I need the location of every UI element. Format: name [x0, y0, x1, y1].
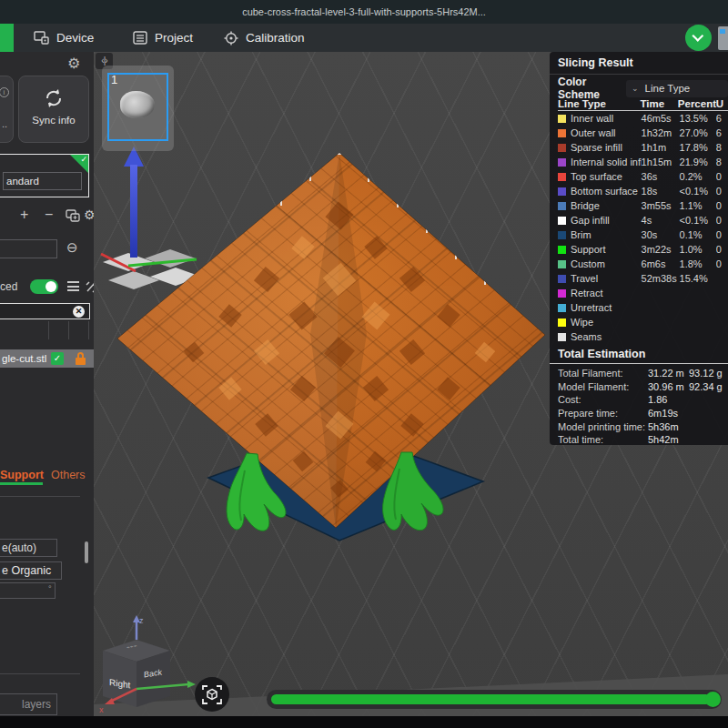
- object-list-item[interactable]: gle-cut.stl ✓: [0, 349, 94, 368]
- tab-others[interactable]: Others: [51, 469, 86, 481]
- advanced-label: ced: [0, 280, 17, 293]
- color-scheme-value: Line Type: [645, 83, 691, 94]
- line-type-label: Brim: [571, 229, 592, 240]
- orientation-gizmo[interactable]: Right Back ⌁⌁⌁ z y x: [96, 614, 205, 716]
- window-titlebar: cube-cross-fractal-level-3-full-with-sup…: [0, 0, 728, 24]
- total-estimation-title: Total Estimation: [558, 348, 728, 362]
- preset-dropdown[interactable]: andard: [3, 172, 82, 190]
- app-logo[interactable]: [0, 24, 14, 52]
- add-preset-button[interactable]: +: [20, 205, 28, 225]
- gear-icon[interactable]: ⚙: [67, 55, 80, 72]
- estimation-label: Model Filament:: [558, 381, 648, 392]
- line-type-swatch: [558, 260, 566, 268]
- check-icon: ✓: [80, 155, 87, 164]
- printer-card[interactable]: i ..: [0, 76, 14, 143]
- chevron-down-icon: ⌄: [632, 84, 639, 93]
- line-type-time: 4s: [642, 215, 680, 226]
- line-type-percent: 21.9%: [680, 157, 716, 167]
- line-type-time: 3m22s: [642, 244, 680, 255]
- advanced-toggle-row: ced: [0, 278, 94, 295]
- color-scheme-dropdown[interactable]: ⌄ Line Type: [626, 80, 728, 97]
- estimation-row: Total Filament: 31.22 m 93.12 g: [558, 367, 728, 380]
- support-style-dropdown[interactable]: e Organic: [0, 561, 62, 580]
- sidebar-scrollbar[interactable]: [85, 541, 88, 563]
- estimation-value: 6m19s: [648, 408, 689, 419]
- line-type-row: Inner wall 46m5s 13.5% 6: [558, 111, 728, 126]
- tab-device-label: Device: [56, 31, 94, 45]
- line-type-percent: 17.8%: [680, 142, 716, 153]
- plate-thumbnail[interactable]: 1: [102, 66, 174, 151]
- line-type-time: 36s: [642, 171, 680, 182]
- line-type-label: Retract: [571, 288, 602, 298]
- calibration-icon: [224, 31, 238, 46]
- tab-bar: Device Project Calibration: [0, 24, 728, 52]
- close-icon[interactable]: ✕: [73, 306, 85, 318]
- total-estimation-table: Total Filament: 31.22 m 93.12 g Model Fi…: [558, 367, 728, 445]
- line-type-percent: 1.8%: [680, 258, 716, 269]
- tab-project-label: Project: [155, 31, 193, 45]
- panel-title: Slicing Result: [558, 56, 728, 71]
- sync-info-button[interactable]: Sync info: [18, 76, 89, 143]
- filament-selector[interactable]: [0, 239, 57, 258]
- object-name: gle-cut.stl: [0, 353, 49, 364]
- line-type-label: Gap infill: [571, 215, 610, 226]
- object-filter-box[interactable]: ✕: [0, 303, 90, 319]
- line-type-used: 0: [716, 258, 728, 269]
- device-icon: [34, 31, 49, 45]
- z-axis-arrow: [124, 147, 144, 258]
- line-type-used: 0: [716, 215, 728, 226]
- line-type-row: Top surface 36s 0.2% 0: [558, 169, 728, 184]
- compare-params-icon[interactable]: [86, 280, 94, 297]
- support-type-dropdown[interactable]: e(auto): [0, 539, 57, 557]
- slider-knob[interactable]: [705, 692, 721, 707]
- line-type-used: 6: [716, 113, 728, 124]
- object-visible-checkbox[interactable]: ✓: [51, 352, 64, 365]
- tab-project[interactable]: Project: [133, 24, 193, 52]
- line-type-used: 0: [716, 229, 728, 240]
- sync-info-label: Sync info: [32, 115, 75, 126]
- list-view-icon[interactable]: [67, 281, 79, 291]
- plate-number: 1: [111, 73, 117, 86]
- preset-selector[interactable]: andard ✓: [0, 154, 89, 197]
- line-type-row: Bottom surface 18s <0.1% 0: [558, 184, 728, 198]
- status-ok-button[interactable]: [685, 25, 712, 51]
- estimation-value: 5h36m: [648, 421, 689, 432]
- line-type-used: 0: [716, 244, 728, 255]
- advanced-toggle[interactable]: [30, 279, 58, 294]
- line-type-swatch: [558, 144, 566, 152]
- line-type-swatch: [558, 202, 566, 210]
- line-type-swatch: [558, 158, 566, 167]
- tab-device[interactable]: Device: [34, 24, 94, 52]
- line-type-used: 6: [716, 127, 728, 138]
- layer-progress-slider[interactable]: [267, 690, 722, 709]
- chevron-down-icon: [692, 30, 703, 42]
- list-column-divider: [88, 321, 89, 339]
- line-type-row: Travel 52m38s 15.4%: [558, 271, 728, 286]
- left-sidebar: ⚙ i .. Sync info andard ✓ + − ⚙: [0, 52, 94, 716]
- line-type-percent: 0.1%: [680, 229, 716, 240]
- line-type-swatch: [558, 246, 566, 254]
- threshold-angle-input[interactable]: [0, 582, 56, 599]
- line-type-label: Top surface: [571, 171, 622, 182]
- circled-minus-icon[interactable]: ⊖: [66, 239, 78, 256]
- line-type-percent: 1.1%: [680, 200, 716, 211]
- settings-gear-icon[interactable]: ⚙: [84, 205, 94, 225]
- line-type-swatch: [558, 187, 566, 196]
- remove-preset-button[interactable]: −: [45, 205, 53, 225]
- estimation-label: Total time:: [558, 434, 648, 445]
- transfer-settings-icon[interactable]: [66, 207, 80, 228]
- line-type-time: 46m5s: [642, 113, 680, 124]
- gizmo-z-label: z: [139, 616, 144, 625]
- estimation-value: 1.86: [648, 394, 689, 405]
- tab-support[interactable]: Support: [0, 469, 44, 481]
- line-type-percent: <0.1%: [680, 186, 716, 197]
- line-type-row: Bridge 3m55s 1.1% 0: [558, 198, 728, 213]
- snapshot-view-button[interactable]: [195, 677, 229, 712]
- layers-input[interactable]: layers: [0, 693, 57, 715]
- tab-calibration[interactable]: Calibration: [224, 24, 305, 52]
- line-type-row: Unretract: [558, 300, 728, 315]
- estimation-row: Cost: 1.86: [558, 393, 728, 407]
- preset-toolbar: + − ⚙: [0, 205, 94, 227]
- unlock-icon[interactable]: [76, 352, 86, 365]
- line-type-used: 0: [716, 171, 728, 182]
